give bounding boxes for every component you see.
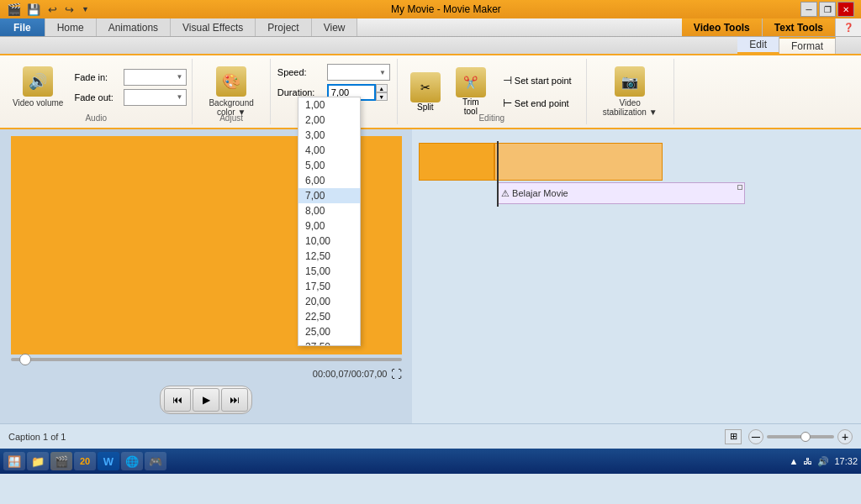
video-scrubber[interactable]	[11, 356, 402, 363]
ribbon-tabs: File Home Animations Visual Effects Proj…	[0, 18, 861, 37]
set-start-point-button[interactable]: ⊣ Set start point	[497, 71, 578, 89]
timecode-icon[interactable]: ⛶	[391, 368, 402, 381]
save-button[interactable]: 💾	[24, 3, 43, 17]
taskbar: 🪟 📁 🎬 20 W 🌐 🎮 ▲ 🖧 🔊 17:32	[0, 449, 861, 474]
qat-dropdown[interactable]: ▼	[79, 4, 92, 14]
set-start-icon: ⊣	[503, 74, 512, 87]
split-button[interactable]: ✂ Split	[403, 70, 448, 114]
redo-button[interactable]: ↪	[62, 3, 77, 17]
restore-button[interactable]: ❐	[819, 2, 836, 17]
taskbar-browser[interactable]: 🌐	[121, 452, 143, 470]
trim-tool-button[interactable]: ✂️ Trimtool	[448, 65, 494, 118]
ribbon-subtabs: Edit Format	[0, 37, 861, 55]
dropdown-item[interactable]: 3,00	[298, 128, 360, 143]
start-button[interactable]: 🪟	[3, 452, 25, 470]
video-volume-button[interactable]: 🔊 Video volume	[5, 62, 71, 112]
close-button[interactable]: ✕	[837, 2, 854, 17]
duration-dropdown[interactable]: 1,002,003,004,005,006,007,008,009,0010,0…	[298, 97, 361, 346]
dropdown-list[interactable]: 1,002,003,004,005,006,007,008,009,0010,0…	[298, 97, 360, 345]
editing-group-label: Editing	[398, 113, 586, 123]
dropdown-item[interactable]: 4,00	[298, 143, 360, 158]
dropdown-item[interactable]: 9,00	[298, 218, 360, 234]
taskbar-right: ▲ 🖧 🔊 17:32	[790, 456, 858, 467]
fit-view-button[interactable]: ⊞	[725, 429, 742, 444]
rewind-button[interactable]: ⏮	[164, 388, 191, 412]
tab-file[interactable]: File	[0, 18, 45, 36]
dropdown-item[interactable]: 20,00	[298, 294, 360, 309]
taskbar-explorer[interactable]: 📁	[27, 452, 49, 470]
systray-arrow[interactable]: ▲	[790, 456, 799, 466]
network-icon: 🖧	[803, 456, 812, 466]
dropdown-item[interactable]: 7,00	[298, 188, 360, 203]
dropdown-item[interactable]: 12,50	[298, 249, 360, 264]
tab-format[interactable]: Format	[779, 37, 836, 54]
fade-out-combo[interactable]: ▼	[124, 89, 187, 106]
taskbar-game[interactable]: 🎮	[145, 452, 166, 470]
video-stabilization-button[interactable]: 📷 Videostabilization ▼	[595, 62, 665, 121]
taskbar-left: 🪟 📁 🎬 20 W 🌐 🎮	[3, 452, 166, 470]
undo-button[interactable]: ↩	[45, 3, 60, 17]
dropdown-item[interactable]: 1,00	[298, 97, 360, 113]
timeline-video-block-2[interactable]	[494, 143, 663, 181]
speed-arrow: ▼	[379, 69, 386, 76]
timeline-caption-block[interactable]: ⚠ Belajar Movie	[497, 182, 745, 204]
status-bar: Caption 1 of 1 ⊞ ─ +	[0, 423, 861, 449]
dropdown-item[interactable]: 5,00	[298, 158, 360, 173]
clock: 17:32	[834, 456, 858, 466]
status-right: ⊞ ─ +	[725, 429, 853, 444]
fade-in-arrow: ▼	[177, 73, 183, 81]
play-button[interactable]: ▶	[193, 388, 219, 412]
zoom-thumb[interactable]	[800, 432, 811, 442]
tab-view[interactable]: View	[312, 18, 358, 36]
zoom-track[interactable]	[767, 435, 834, 438]
forward-button[interactable]: ⏭	[221, 388, 248, 412]
dropdown-item[interactable]: 10,00	[298, 234, 360, 249]
zoom-out-button[interactable]: ─	[748, 429, 763, 444]
fade-out-arrow: ▼	[177, 93, 183, 101]
dropdown-item[interactable]: 2,00	[298, 113, 360, 128]
dropdown-item[interactable]: 27,50	[298, 339, 360, 345]
tab-visual-effects[interactable]: Visual Effects	[171, 18, 256, 36]
tab-animations[interactable]: Animations	[97, 18, 171, 36]
taskbar-moviemaker[interactable]: 🎬	[50, 452, 72, 470]
duration-up[interactable]: ▲	[376, 84, 388, 92]
window-controls: ─ ❐ ✕	[800, 2, 854, 17]
tab-project[interactable]: Project	[256, 18, 311, 36]
tab-edit[interactable]: Edit	[737, 37, 779, 54]
fade-out-row: Fade out: ▼	[74, 89, 187, 106]
speed-row: Speed: ▼	[277, 64, 390, 81]
zoom-slider: ─ +	[748, 429, 853, 444]
timecode-bar: 00:00,07/00:07,00 ⛶	[11, 365, 402, 383]
fade-in-row: Fade in: ▼	[74, 69, 187, 86]
timeline-video-block-1[interactable]	[419, 143, 494, 181]
scrubber-thumb[interactable]	[19, 354, 31, 365]
set-end-point-button[interactable]: ⊢ Set end point	[497, 94, 578, 112]
scrubber-track[interactable]	[11, 358, 402, 361]
background-color-button[interactable]: 🎨 Backgroundcolor ▼	[201, 62, 261, 121]
window-title: My Movie - Movie Maker	[92, 3, 800, 15]
zoom-in-button[interactable]: +	[837, 429, 853, 444]
taskbar-app2[interactable]: 20	[74, 452, 96, 470]
dropdown-item[interactable]: 17,50	[298, 279, 360, 294]
taskbar-word[interactable]: W	[98, 452, 119, 470]
help-icon[interactable]: ❓	[843, 23, 853, 32]
playback-controls: ⏮ ▶ ⏭	[160, 383, 252, 417]
dropdown-item[interactable]: 8,00	[298, 203, 360, 218]
dropdown-item[interactable]: 22,50	[298, 309, 360, 324]
dropdown-item[interactable]: 15,00	[298, 264, 360, 279]
speed-label: Speed:	[277, 67, 324, 77]
playback-container: ⏮ ▶ ⏭	[160, 386, 252, 414]
tab-video-tools[interactable]: Video Tools	[682, 18, 763, 36]
tab-text-tools[interactable]: Text Tools	[763, 18, 836, 36]
fade-in-combo[interactable]: ▼	[124, 69, 187, 86]
minimize-button[interactable]: ─	[800, 2, 817, 17]
timecode-display: 00:00,07/00:07,00	[313, 369, 388, 379]
caption-resize-handle[interactable]	[737, 185, 742, 190]
duration-down[interactable]: ▼	[376, 92, 388, 101]
audio-group-label: Audio	[0, 113, 192, 123]
speed-combo[interactable]: ▼	[327, 64, 390, 81]
tab-home[interactable]: Home	[45, 18, 97, 36]
dropdown-item[interactable]: 25,00	[298, 324, 360, 339]
timeline-panel: ⚠ Belajar Movie	[412, 129, 861, 423]
dropdown-item[interactable]: 6,00	[298, 173, 360, 188]
